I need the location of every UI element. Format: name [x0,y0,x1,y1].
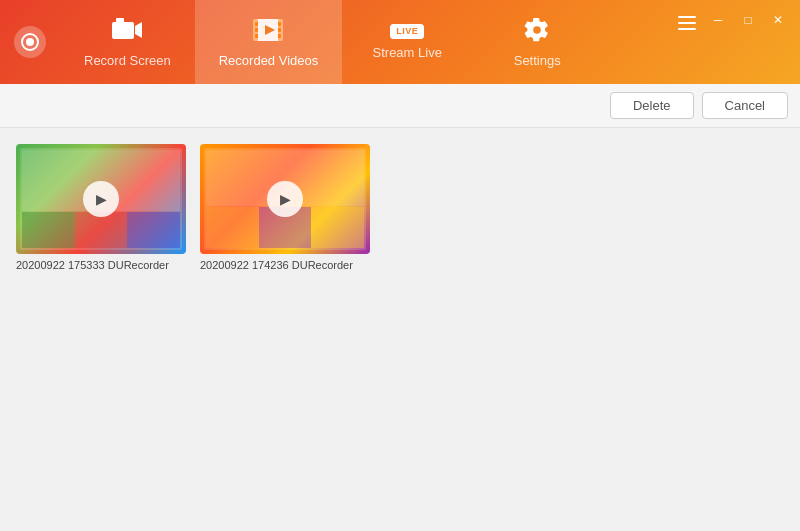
hamburger-line-2 [678,22,696,24]
close-button[interactable]: ✕ [764,10,792,30]
nav-label-recorded-videos: Recorded Videos [219,53,319,68]
video-name-2: 20200922 174236 DURecorder [200,259,370,271]
hamburger-line-1 [678,16,696,18]
thumb-image-1: ▶ [16,144,186,254]
live-icon: LIVE [390,24,424,39]
nav-item-stream-live[interactable]: LIVE Stream Live [342,0,472,84]
title-bar: Record Screen Recorded Videos [0,0,800,84]
hamburger-line-3 [678,28,696,30]
gear-settings-icon [524,17,550,47]
nav-item-recorded-videos[interactable]: Recorded Videos [195,0,343,84]
delete-button[interactable]: Delete [610,92,694,119]
logo-icon [14,26,46,58]
camera-icon [111,17,143,47]
nav-item-settings[interactable]: Settings [472,0,602,84]
toolbar-row: Delete Cancel [0,84,800,128]
nav-label-stream-live: Stream Live [373,45,442,60]
video-name-1: 20200922 175333 DURecorder [16,259,186,271]
svg-marker-3 [135,22,142,38]
svg-rect-13 [278,34,281,38]
nav-item-record-screen[interactable]: Record Screen [60,0,195,84]
svg-rect-8 [255,22,258,26]
film-icon [252,17,284,47]
video-thumbnail-1[interactable]: ▶ 20200922 175333 DURecorder [16,144,186,271]
minimize-button[interactable]: ─ [704,10,732,30]
svg-rect-10 [255,34,258,38]
thumb-overlay-1: ▶ [16,144,186,254]
svg-rect-2 [112,22,134,39]
main-content: ▶ 20200922 175333 DURecorder ▶ [0,128,800,531]
play-button-2[interactable]: ▶ [267,181,303,217]
logo-area [0,26,60,58]
maximize-button[interactable]: □ [734,10,762,30]
video-grid: ▶ 20200922 175333 DURecorder ▶ [16,144,784,271]
hamburger-menu[interactable] [674,12,700,34]
svg-rect-9 [255,28,258,32]
nav-label-record-screen: Record Screen [84,53,171,68]
live-badge: LIVE [390,24,424,39]
svg-rect-4 [116,18,124,23]
thumb-overlay-2: ▶ [200,144,370,254]
play-button-1[interactable]: ▶ [83,181,119,217]
cancel-button[interactable]: Cancel [702,92,788,119]
window-controls: ─ □ ✕ [704,10,792,30]
thumb-image-2: ▶ [200,144,370,254]
svg-rect-11 [278,22,281,26]
svg-point-1 [26,38,34,46]
svg-rect-12 [278,28,281,32]
nav-label-settings: Settings [514,53,561,68]
video-thumbnail-2[interactable]: ▶ 20200922 174236 DURecorder [200,144,370,271]
